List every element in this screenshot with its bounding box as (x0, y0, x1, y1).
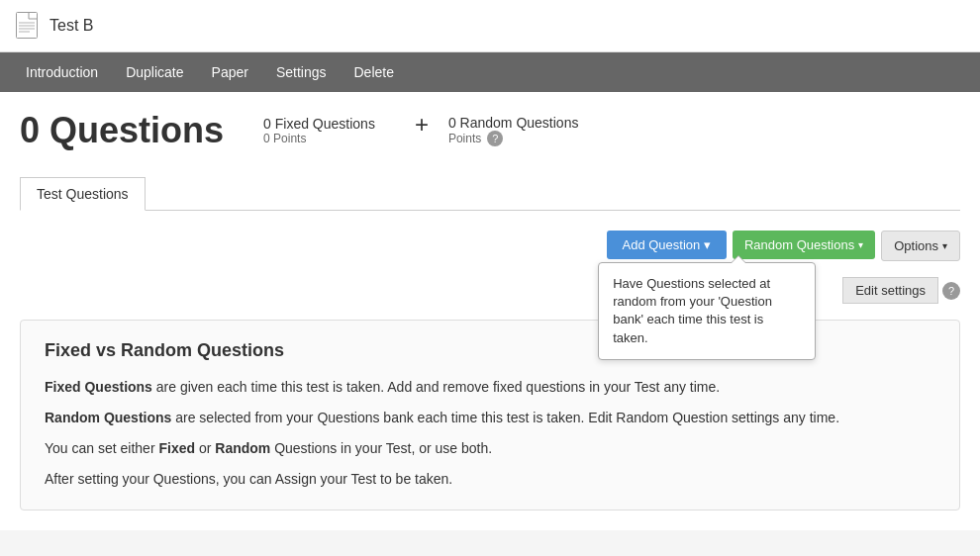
tabs-list: Test Questions (20, 177, 960, 211)
fixed-bold: Fixed Questions (45, 379, 152, 395)
nav-item-settings[interactable]: Settings (262, 54, 341, 90)
line3-end: Questions in your Test, or use both. (270, 440, 492, 456)
random-bold2: Random (215, 440, 270, 456)
info-line1: Fixed Questions are given each time this… (45, 377, 935, 398)
info-line2: Random Questions are selected from your … (45, 408, 935, 428)
nav-item-delete[interactable]: Delete (341, 54, 408, 90)
total-questions: 0 Questions (20, 110, 224, 151)
random-questions-label: 0 Random Questions (448, 115, 579, 131)
info-line4: After setting your Questions, you can As… (45, 469, 935, 490)
options-button[interactable]: Options ▾ (881, 231, 960, 261)
options-arrow: ▾ (942, 240, 947, 251)
random-questions-arrow: ▾ (858, 239, 863, 250)
random-questions-wrapper: Random Questions ▾ Have Questions select… (733, 231, 875, 259)
fixed-questions-label: 0 Fixed Questions (263, 116, 375, 132)
edit-settings-button[interactable]: Edit settings (842, 277, 938, 304)
edit-settings-bar: Edit settings ? (20, 277, 960, 304)
edit-settings-help-icon[interactable]: ? (942, 282, 960, 300)
add-question-button[interactable]: Add Question ▾ (607, 231, 727, 259)
page-header: Test B (0, 0, 980, 52)
tab-container: Test Questions (0, 161, 980, 211)
line3-start: You can set either (45, 440, 158, 456)
info-box: Fixed vs Random Questions Fixed Question… (20, 320, 960, 510)
page-title: Test B (49, 17, 93, 35)
nav-item-introduction[interactable]: Introduction (12, 54, 112, 90)
nav-item-paper[interactable]: Paper (198, 54, 262, 90)
fixed-text: are given each time this test is taken. … (152, 379, 720, 395)
info-line3: You can set either Fixed or Random Quest… (45, 438, 935, 459)
points-help-icon[interactable]: ? (487, 131, 503, 146)
random-bold: Random Questions (45, 410, 171, 425)
options-label: Options (894, 238, 938, 253)
nav-bar: Introduction Duplicate Paper Settings De… (0, 52, 980, 92)
line3-mid: or (195, 440, 215, 456)
fixed-points-label: 0 Points (263, 132, 375, 145)
content-area: Add Question ▾ Random Questions ▾ Have Q… (0, 211, 980, 530)
summary-bar: 0 Questions 0 Fixed Questions 0 Points +… (0, 92, 980, 161)
random-points-row: Points ? (448, 131, 579, 146)
random-points-label: Points (448, 132, 481, 145)
random-text: are selected from your Questions bank ea… (171, 410, 839, 425)
random-questions-button[interactable]: Random Questions ▾ (733, 231, 875, 259)
random-questions-tooltip: Have Questions selected at random from y… (598, 262, 816, 360)
tab-test-questions[interactable]: Test Questions (20, 177, 146, 211)
document-icon (16, 12, 40, 40)
nav-item-duplicate[interactable]: Duplicate (112, 54, 197, 90)
plus-sign: + (415, 111, 429, 139)
fixed-questions-block: 0 Fixed Questions 0 Points (263, 116, 375, 145)
random-questions-label: Random Questions (744, 237, 854, 252)
toolbar-row: Add Question ▾ Random Questions ▾ Have Q… (20, 231, 960, 261)
random-questions-block: 0 Random Questions Points ? (448, 115, 579, 146)
fixed-bold2: Fixed (158, 440, 195, 456)
